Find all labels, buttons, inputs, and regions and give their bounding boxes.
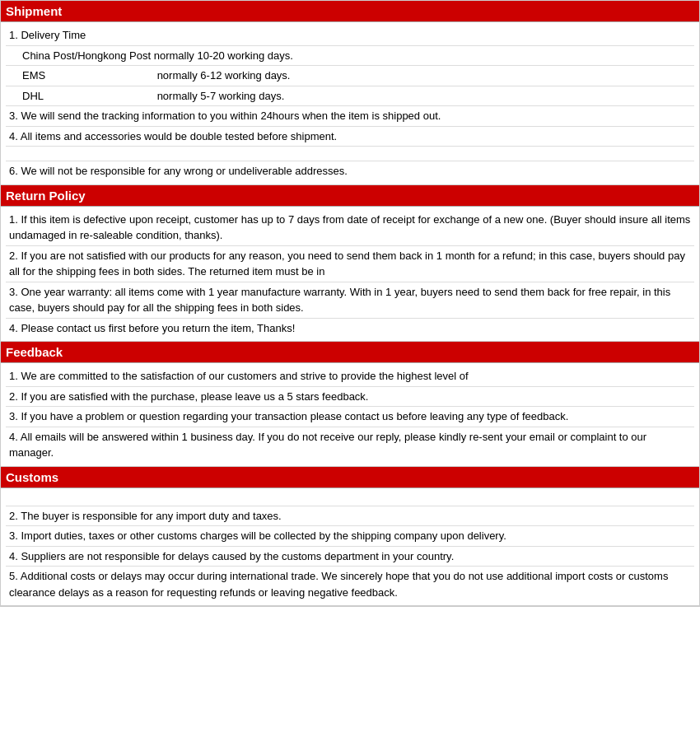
customs-item3: 3. Import duties, taxes or other customs… xyxy=(6,526,694,547)
delivery-time-label: 1. Delivery Time xyxy=(6,26,694,46)
feedback-body: 1. We are committed to the satisfaction … xyxy=(1,363,699,467)
return-item1: 1. If this item is defective upon receip… xyxy=(6,210,694,246)
shipment-body: 1. Delivery Time China Post/Hongkong Pos… xyxy=(1,22,699,185)
china-post-value: normally 10-20 working days. xyxy=(154,49,293,62)
shipment-empty-row xyxy=(6,147,694,161)
customs-item5: 5. Additional costs or delays may occur … xyxy=(6,567,694,602)
return-policy-body: 1. If this item is defective upon receip… xyxy=(1,207,699,343)
customs-empty-row xyxy=(6,492,694,506)
ems-value: normally 6-12 working days. xyxy=(157,69,291,82)
ems-label: EMS xyxy=(22,68,154,84)
return-policy-header: Return Policy xyxy=(1,185,699,207)
feedback-item1: 1. We are committed to the satisfaction … xyxy=(6,366,694,387)
shipment-item3: 3. We will send the tracking information… xyxy=(6,106,694,127)
customs-item2: 2. The buyer is responsible for any impo… xyxy=(6,506,694,527)
dhl-value: normally 5-7 working days. xyxy=(157,90,285,102)
customs-body: 2. The buyer is responsible for any impo… xyxy=(1,488,699,607)
ems-row: EMS normally 6-12 working days. xyxy=(6,66,694,86)
dhl-label: DHL xyxy=(22,88,154,105)
customs-item4: 4. Suppliers are not responsible for del… xyxy=(6,547,694,567)
feedback-item4: 4. All emails will be answered within 1 … xyxy=(6,427,694,463)
feedback-item2: 2. If you are satisfied with the purchas… xyxy=(6,387,694,408)
dhl-row: DHL normally 5-7 working days. xyxy=(6,86,694,107)
feedback-item3: 3. If you have a problem or question reg… xyxy=(6,407,694,427)
customs-header: Customs xyxy=(1,467,699,488)
shipment-item6: 6. We will not be responsible for any wr… xyxy=(6,161,694,181)
return-item3: 3. One year warranty: all items come wit… xyxy=(6,282,694,319)
china-post-label: China Post/Hongkong Post xyxy=(22,49,151,62)
shipment-item4: 4. All items and accessories would be do… xyxy=(6,127,694,147)
shipment-header: Shipment xyxy=(1,1,699,22)
page-wrapper: Shipment 1. Delivery Time China Post/Hon… xyxy=(0,0,700,607)
china-post-row: China Post/Hongkong Post normally 10-20 … xyxy=(6,46,694,67)
return-item4: 4. Please contact us first before you re… xyxy=(6,319,694,338)
feedback-header: Feedback xyxy=(1,342,699,363)
return-item2: 2. If you are not satisfied with our pro… xyxy=(6,246,694,282)
